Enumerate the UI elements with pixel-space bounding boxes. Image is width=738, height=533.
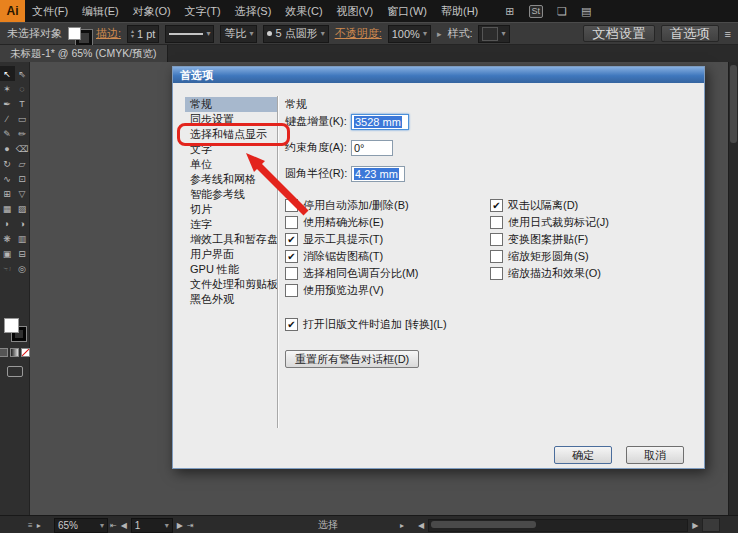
horizontal-scrollbar-track[interactable] (428, 519, 688, 532)
checkbox-row[interactable]: 缩放描边和效果(O) (490, 265, 609, 282)
workspace-switcher-icon[interactable]: ▤ (581, 0, 591, 22)
checkbox-row[interactable]: 使用精确光标(E) (285, 214, 447, 231)
column-graph-tool[interactable]: ▥ (15, 231, 30, 246)
field-input[interactable]: 4.23 mm (351, 166, 405, 182)
gradient-tool[interactable]: ▨ (15, 201, 30, 216)
document-setup-button[interactable]: 文档设置 (583, 25, 654, 42)
menu-item[interactable]: 窗口(W) (380, 0, 434, 22)
pref-category-item[interactable]: 用户界面 (185, 247, 277, 262)
paintbrush-tool[interactable]: ✎ (0, 126, 15, 141)
dropdown-arrow-icon[interactable]: ▾ (165, 521, 169, 530)
panel-menu-icon[interactable]: ≡ (28, 521, 33, 530)
pencil-tool[interactable]: ✏ (15, 126, 30, 141)
direct-selection-tool[interactable]: ⇖ (15, 66, 30, 81)
checkbox[interactable]: ✔ (285, 318, 298, 331)
symbol-sprayer-tool[interactable]: ❋ (0, 231, 15, 246)
checkbox[interactable] (490, 216, 503, 229)
status-flyout-icon[interactable]: ▸ (400, 521, 404, 530)
stepper-arrows-icon[interactable]: ▴▾ (131, 29, 134, 39)
previous-artboard-icon[interactable]: ◀ (121, 521, 127, 530)
lasso-tool[interactable]: ◌ (15, 81, 30, 96)
checkbox-row[interactable]: 使用预览边界(V) (285, 282, 447, 299)
vertical-scrollbar-thumb[interactable] (730, 65, 737, 143)
line-segment-tool[interactable]: ∕ (0, 111, 15, 126)
dropdown-arrow-icon[interactable]: ▾ (206, 29, 210, 38)
mesh-tool[interactable]: ▦ (0, 201, 15, 216)
hand-tool[interactable]: ☜ (0, 261, 15, 276)
resize-grip[interactable] (702, 518, 720, 532)
blob-brush-tool[interactable]: ● (0, 141, 15, 156)
pref-category-item[interactable]: 选择和锚点显示 (185, 127, 277, 142)
pref-category-item[interactable]: 常规 (185, 97, 277, 112)
rectangle-tool[interactable]: ▭ (15, 111, 30, 126)
vertical-scrollbar[interactable] (728, 62, 738, 515)
menu-item[interactable]: 视图(V) (330, 0, 381, 22)
type-tool[interactable]: T (15, 96, 30, 111)
next-artboard-icon[interactable]: ▶ (177, 521, 183, 530)
zoom-select[interactable]: 65% ▾ (54, 518, 108, 533)
field-input[interactable]: 3528 mm (351, 114, 409, 130)
menu-item[interactable]: 文件(F) (25, 0, 75, 22)
menu-item[interactable]: 文字(T) (178, 0, 228, 22)
blend-tool[interactable]: ◑ (15, 216, 30, 231)
horizontal-scrollbar-thumb[interactable] (431, 521, 536, 528)
stroke-panel-link[interactable]: 描边: (96, 26, 121, 41)
checkbox-row[interactable]: ✔ 打开旧版文件时追加 [转换](L) (285, 316, 447, 333)
style-select[interactable]: ▾ (478, 25, 509, 43)
dialog-titlebar[interactable]: 首选项 (173, 67, 704, 83)
perspective-grid-tool[interactable]: ▽ (15, 186, 30, 201)
last-artboard-icon[interactable]: ⇥ (187, 521, 194, 530)
pref-category-item[interactable]: 参考线和网格 (185, 172, 277, 187)
pref-category-item[interactable]: 增效工具和暂存盘 (185, 232, 277, 247)
checkbox[interactable] (285, 216, 298, 229)
stroke-variable-width-select[interactable]: ▾ (165, 25, 214, 43)
checkbox[interactable]: ✔ (285, 233, 298, 246)
document-tab[interactable]: 未标题-1* @ 65% (CMYK/预览) (0, 45, 168, 62)
pen-tool[interactable]: ✒ (0, 96, 15, 111)
pref-category-item[interactable]: 黑色外观 (185, 292, 277, 307)
checkbox[interactable]: ✔ (490, 199, 503, 212)
menu-item[interactable]: 对象(O) (126, 0, 178, 22)
stroke-weight-stepper[interactable]: ▴▾ 1 pt (127, 25, 159, 43)
checkbox[interactable] (490, 250, 503, 263)
panels-icon[interactable]: ❏ (557, 0, 567, 22)
scroll-left-icon[interactable]: ◀ (418, 521, 424, 530)
gradient-button[interactable] (10, 348, 19, 357)
artboard-number-select[interactable]: 1 ▾ (131, 518, 173, 533)
width-profile-select[interactable]: 等比 ▾ (220, 25, 257, 43)
checkbox[interactable]: ✔ (285, 250, 298, 263)
color-button[interactable] (0, 348, 8, 357)
pref-category-item[interactable]: 同步设置 (185, 112, 277, 127)
pref-category-item[interactable]: 文件处理和剪贴板 (185, 277, 277, 292)
pref-category-item[interactable]: GPU 性能 (185, 262, 277, 277)
checkbox[interactable] (285, 267, 298, 280)
preferences-button[interactable]: 首选项 (661, 25, 719, 42)
magic-wand-tool[interactable]: ✶ (0, 81, 15, 96)
cancel-button[interactable]: 取消 (626, 446, 684, 464)
expand-icon[interactable]: ▸ (37, 521, 41, 530)
free-transform-tool[interactable]: ⊡ (15, 171, 30, 186)
menu-item[interactable]: 编辑(E) (75, 0, 126, 22)
checkbox-row[interactable]: ✔ 双击以隔离(D) (490, 197, 609, 214)
opacity-select[interactable]: 100% ▾ (388, 25, 431, 43)
menu-item[interactable]: 效果(C) (278, 0, 329, 22)
shape-builder-tool[interactable]: ⊞ (0, 186, 15, 201)
fill-stroke-control[interactable] (4, 318, 26, 341)
dropdown-arrow-icon[interactable]: ▾ (249, 29, 253, 38)
brush-definition-select[interactable]: 5 点圆形 ▾ (263, 25, 328, 43)
menu-item[interactable]: 帮助(H) (434, 0, 485, 22)
pref-category-item[interactable]: 连字 (185, 217, 277, 232)
menu-item[interactable]: 选择(S) (228, 0, 279, 22)
width-tool[interactable]: ∿ (0, 171, 15, 186)
opacity-panel-link[interactable]: 不透明度: (335, 26, 382, 41)
chevron-right-icon[interactable]: ▸ (437, 29, 442, 39)
eyedropper-tool[interactable]: ◗ (0, 216, 15, 231)
fill-color-swatch[interactable] (68, 27, 81, 40)
dropdown-arrow-icon[interactable]: ▾ (501, 29, 505, 38)
checkbox[interactable] (490, 233, 503, 246)
checkbox-row[interactable]: 选择相同色调百分比(M) (285, 265, 447, 282)
pref-category-item[interactable]: 智能参考线 (185, 187, 277, 202)
checkbox[interactable] (285, 199, 298, 212)
slice-tool[interactable]: ⊟ (15, 246, 30, 261)
dropdown-arrow-icon[interactable]: ▾ (423, 29, 427, 38)
